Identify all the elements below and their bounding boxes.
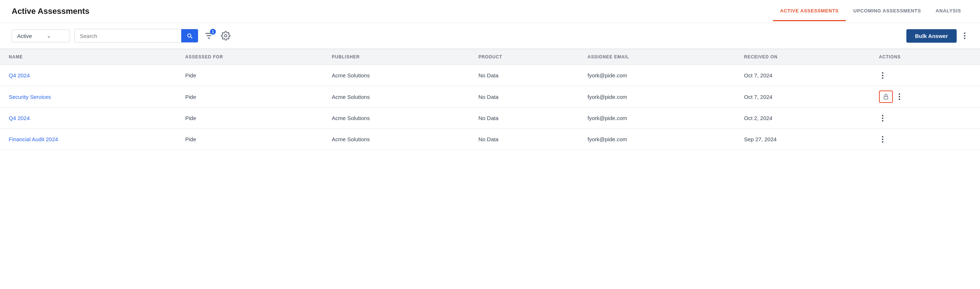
col-header-product: PRODUCT — [469, 49, 579, 65]
svg-rect-1 — [884, 96, 888, 99]
chevron-down-icon: ⌄ — [47, 33, 51, 39]
more-vert-icon — [882, 136, 883, 143]
row-more-options-button[interactable] — [879, 135, 886, 144]
lock-icon-button[interactable] — [879, 91, 893, 103]
search-button[interactable] — [181, 29, 198, 42]
assessment-name-link[interactable]: Q4 2024 — [0, 65, 177, 86]
actions-cell — [870, 86, 980, 108]
product-cell: No Data — [469, 108, 579, 129]
more-vert-icon — [882, 115, 883, 121]
more-vert-icon — [882, 72, 883, 79]
actions-cell — [870, 108, 980, 129]
assessment-name-link[interactable]: Financial Audit 2024 — [0, 129, 177, 150]
settings-icon-button[interactable] — [220, 30, 232, 42]
search-container — [75, 29, 198, 43]
row-more-options-button[interactable] — [879, 71, 886, 80]
publisher-cell: Acme Solutions — [323, 129, 469, 150]
assessment-name-link[interactable]: Q4 2024 — [0, 108, 177, 129]
col-header-publisher: PUBLISHER — [323, 49, 469, 65]
product-cell: No Data — [469, 86, 579, 108]
search-input[interactable] — [75, 30, 181, 42]
product-cell: No Data — [469, 65, 579, 86]
table-row: Security ServicesPideAcme SolutionsNo Da… — [0, 86, 980, 108]
row-more-options-button[interactable] — [896, 92, 903, 101]
table-header-row: NAME ASSESSED FOR PUBLISHER PRODUCT ASSI… — [0, 49, 980, 65]
filter-icon-button[interactable]: 1 — [203, 30, 215, 42]
received-on-cell: Oct 7, 2024 — [735, 86, 870, 108]
assessed-for-cell: Pide — [177, 108, 323, 129]
table-row: Q4 2024PideAcme SolutionsNo Datafyork@pi… — [0, 65, 980, 86]
publisher-cell: Acme Solutions — [323, 65, 469, 86]
tab-analysis[interactable]: ANALYSIS — [928, 8, 968, 21]
assessed-for-cell: Pide — [177, 65, 323, 86]
assessment-name-link[interactable]: Security Services — [0, 86, 177, 108]
col-header-received-on: RECEIVED ON — [735, 49, 870, 65]
col-header-assessed-for: ASSESSED FOR — [177, 49, 323, 65]
col-header-assignee-email: ASSIGNEE EMAIL — [579, 49, 735, 65]
search-icon — [186, 32, 193, 39]
col-header-name: NAME — [0, 49, 177, 65]
received-on-cell: Oct 2, 2024 — [735, 108, 870, 129]
filter-dropdown-label: Active — [17, 33, 32, 39]
assessed-for-cell: Pide — [177, 86, 323, 108]
assignee-email-cell: fyork@pide.com — [579, 129, 735, 150]
publisher-cell: Acme Solutions — [323, 108, 469, 129]
product-cell: No Data — [469, 129, 579, 150]
svg-point-0 — [224, 35, 227, 37]
actions-cell — [870, 129, 980, 150]
gear-icon — [221, 31, 231, 40]
tab-active-assessments[interactable]: ACTIVE ASSESSMENTS — [773, 8, 846, 21]
assessed-for-cell: Pide — [177, 129, 323, 150]
assessments-table: NAME ASSESSED FOR PUBLISHER PRODUCT ASSI… — [0, 49, 980, 150]
actions-cell — [870, 65, 980, 86]
table-row: Q4 2024PideAcme SolutionsNo Datafyork@pi… — [0, 108, 980, 129]
filter-badge: 1 — [210, 29, 216, 35]
toolbar: Active ⌄ 1 Bul — [0, 23, 980, 49]
assignee-email-cell: fyork@pide.com — [579, 108, 735, 129]
tab-upcoming-assessments[interactable]: UPCOMING ASSESSMENTS — [846, 8, 928, 21]
publisher-cell: Acme Solutions — [323, 86, 469, 108]
table-row: Financial Audit 2024PideAcme SolutionsNo… — [0, 129, 980, 150]
row-more-options-button[interactable] — [879, 113, 886, 123]
more-vert-icon — [964, 32, 966, 39]
toolbar-more-options-button[interactable] — [961, 31, 968, 40]
received-on-cell: Oct 7, 2024 — [735, 65, 870, 86]
col-header-actions: ACTIONS — [870, 49, 980, 65]
received-on-cell: Sep 27, 2024 — [735, 129, 870, 150]
page-title: Active Assessments — [12, 6, 89, 22]
bulk-answer-button[interactable]: Bulk Answer — [906, 29, 957, 43]
more-vert-icon — [899, 93, 900, 100]
status-filter-dropdown[interactable]: Active ⌄ — [12, 30, 70, 42]
assignee-email-cell: fyork@pide.com — [579, 65, 735, 86]
lock-icon — [883, 93, 889, 100]
header-nav: ACTIVE ASSESSMENTS UPCOMING ASSESSMENTS … — [773, 8, 968, 21]
assignee-email-cell: fyork@pide.com — [579, 86, 735, 108]
